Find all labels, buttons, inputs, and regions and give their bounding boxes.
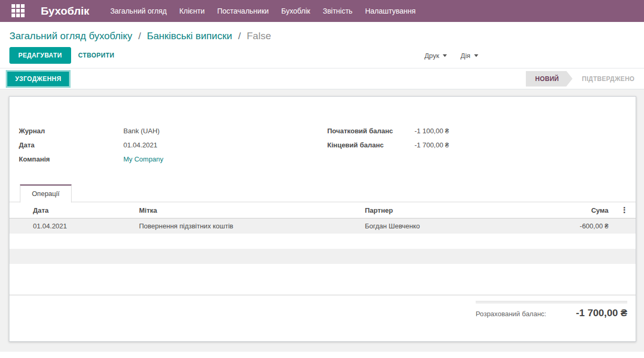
status-steps: НОВИЙ ПІДТВЕРДЖЕНО xyxy=(526,68,636,89)
action-menu[interactable]: Дія xyxy=(461,52,478,60)
cell-date: 01.04.2021 xyxy=(9,222,139,230)
breadcrumb-separator: / xyxy=(238,30,240,41)
field-label-ending-balance: Кінцевий баланс xyxy=(327,141,415,149)
empty-row xyxy=(9,264,636,279)
nav-item-settings[interactable]: Налаштування xyxy=(359,0,422,22)
field-value-journal: Bank (UAH) xyxy=(123,127,159,135)
edit-button[interactable]: РЕДАГУВАТИ xyxy=(9,47,71,64)
empty-row xyxy=(9,249,636,264)
notebook-tabs: Операції xyxy=(9,184,636,202)
column-header-amount[interactable]: Сума xyxy=(564,206,608,214)
form-sheet: Журнал Bank (UAH) Дата 01.04.2021 Компан… xyxy=(9,96,636,342)
breadcrumb: Загальний огляд бухобліку / Банківські в… xyxy=(9,29,644,43)
app-brand[interactable]: Бухоблік xyxy=(41,5,89,17)
cell-partner: Богдан Шевченко xyxy=(365,222,564,230)
totals-separator xyxy=(476,301,627,303)
action-dropdowns: Друк Дія xyxy=(424,43,492,68)
control-panel-buttons: РЕДАГУВАТИ СТВОРИТИ Друк Дія xyxy=(9,43,644,68)
computed-balance-label: Розрахований баланс: xyxy=(476,310,546,318)
field-label-date: Дата xyxy=(19,141,123,149)
field-label-company: Компанія xyxy=(19,155,123,163)
create-button[interactable]: СТВОРИТИ xyxy=(78,52,114,59)
empty-row xyxy=(9,234,636,249)
cell-amount: -600,00 ₴ xyxy=(564,222,608,230)
field-value-ending-balance: -1 700,00 ₴ xyxy=(415,141,449,149)
print-menu-label: Друк xyxy=(424,52,439,60)
status-step-confirmed[interactable]: ПІДТВЕРДЖЕНО xyxy=(572,71,636,87)
form-fields: Журнал Bank (UAH) Дата 01.04.2021 Компан… xyxy=(9,124,636,166)
breadcrumb-link-statements[interactable]: Банківські виписки xyxy=(147,30,232,41)
statusbar: УЗГОДЖЕННЯ НОВИЙ ПІДТВЕРДЖЕНО xyxy=(0,68,644,89)
computed-balance-block: Розрахований баланс: -1 700,00 ₴ xyxy=(476,301,627,319)
column-header-date[interactable]: Дата xyxy=(9,206,139,214)
nav-item-vendors[interactable]: Постачальники xyxy=(211,0,275,22)
computed-balance-value: -1 700,00 ₴ xyxy=(576,307,627,319)
caret-down-icon xyxy=(443,54,447,57)
nav-item-reporting[interactable]: Звітність xyxy=(316,0,359,22)
field-value-date: 01.04.2021 xyxy=(123,141,157,149)
table-row[interactable]: 01.04.2021 Повернення підзвітних коштів … xyxy=(9,218,636,234)
action-menu-label: Дія xyxy=(461,52,470,60)
reconcile-button[interactable]: УЗГОДЖЕННЯ xyxy=(7,72,69,86)
breadcrumb-current: False xyxy=(247,30,271,41)
main-menu: Загальний огляд Клієнти Постачальники Бу… xyxy=(104,0,422,22)
table-bottom-border xyxy=(9,279,636,295)
nav-item-overview[interactable]: Загальний огляд xyxy=(104,0,173,22)
tab-operations[interactable]: Операції xyxy=(20,184,72,203)
nav-item-customers[interactable]: Клієнти xyxy=(173,0,211,22)
column-header-label[interactable]: Мітка xyxy=(139,206,365,214)
cell-label: Повернення підзвітних коштів xyxy=(139,222,365,230)
nav-item-accounting[interactable]: Бухоблік xyxy=(275,0,316,22)
breadcrumb-link-overview[interactable]: Загальний огляд бухобліку xyxy=(9,30,132,41)
field-label-journal: Журнал xyxy=(19,127,123,135)
table-header-row: Дата Мітка Партнер Сума ⋮ xyxy=(9,202,636,218)
optional-columns-icon[interactable]: ⋮ xyxy=(620,205,628,214)
breadcrumb-separator: / xyxy=(138,30,141,41)
field-label-starting-balance: Початковий баланс xyxy=(327,127,415,135)
top-navbar: Бухоблік Загальний огляд Клієнти Постача… xyxy=(0,0,644,22)
field-value-company-link[interactable]: My Company xyxy=(123,155,164,163)
apps-grid-icon[interactable] xyxy=(12,4,25,18)
status-step-new[interactable]: НОВИЙ xyxy=(526,71,572,87)
operations-table: Дата Мітка Партнер Сума ⋮ 01.04.2021 Пов… xyxy=(9,202,636,295)
field-value-starting-balance: -1 100,00 ₴ xyxy=(415,127,449,135)
print-menu[interactable]: Друк xyxy=(424,52,447,60)
column-header-partner[interactable]: Партнер xyxy=(365,206,564,214)
caret-down-icon xyxy=(474,54,478,57)
page-background: Журнал Bank (UAH) Дата 01.04.2021 Компан… xyxy=(0,89,644,352)
control-panel: Загальний огляд бухобліку / Банківські в… xyxy=(0,22,644,68)
